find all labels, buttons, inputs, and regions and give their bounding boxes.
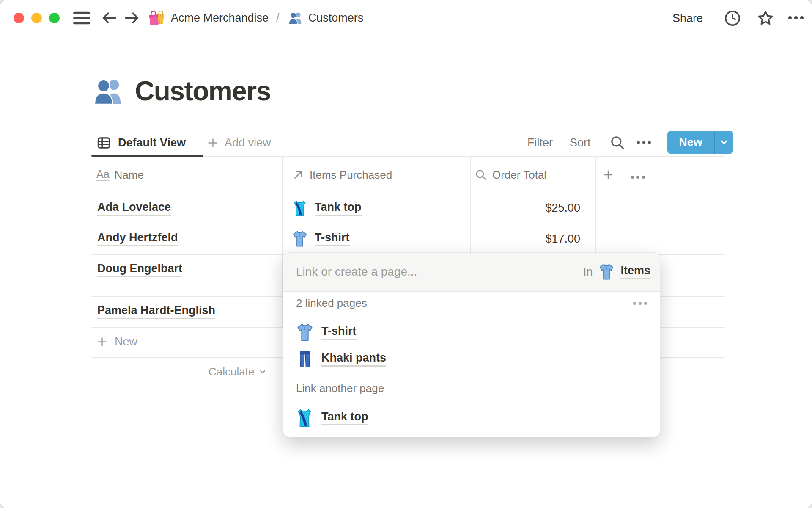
suggested-page-item[interactable]: Tank top [294,405,368,431]
table-row-total-cell[interactable]: $17.00 [470,224,580,254]
column-header-order-total[interactable]: Order Total [475,157,546,193]
new-button-group: New [667,131,733,154]
add-view-label: Add view [225,136,271,149]
linked-pages-header: 2 linked pages [296,293,647,313]
t-shirt-icon [291,230,309,248]
page-link[interactable]: Tank top [315,201,362,216]
busts-in-silhouette-icon [287,10,303,26]
table-row-name-cell[interactable]: Andy Hertzfeld [97,224,178,254]
linked-pages-count: 2 linked pages [296,297,367,310]
shopping-bags-icon [148,9,166,27]
order-total-value: $25.00 [545,202,580,215]
page-more-icon[interactable] [788,16,804,19]
relation-property-icon [292,168,304,181]
rollup-property-icon [475,168,487,181]
add-view-button[interactable]: Add view [207,131,271,154]
titlebar: Acme Merchandise / Customers Share [0,0,812,36]
linked-pages-more-icon[interactable] [633,302,647,305]
new-button[interactable]: New [667,136,714,149]
busts-in-silhouette-icon-large[interactable] [91,74,125,108]
table-row-total-cell[interactable]: $25.00 [470,193,580,224]
new-button-label: New [679,136,702,149]
breadcrumb-workspace[interactable]: Acme Merchandise [171,11,269,25]
traffic-light-close[interactable] [14,13,24,23]
tank-top-icon [291,199,309,217]
view-tab-label: Default View [118,136,186,149]
page-header: Customers [91,68,271,114]
row-divider [91,193,725,193]
table-row-items-cell[interactable]: Tank top [291,193,362,224]
table-row-name-cell[interactable]: Pamela Hardt-English [97,296,215,327]
view-tab-default[interactable]: Default View [96,131,186,154]
t-shirt-icon [295,323,315,342]
page-link[interactable]: T-shirt [321,325,357,340]
page-link[interactable]: Ada Lovelace [97,201,171,216]
column-header-label: Name [115,168,144,182]
page-link[interactable]: Tank top [321,410,368,425]
table-more-icon[interactable] [631,176,645,179]
page-link[interactable]: Pamela Hardt-English [97,304,215,319]
new-row-button[interactable]: New [96,327,137,357]
link-another-label: Link another page [296,382,384,395]
row-divider [91,224,725,224]
new-dropdown-button[interactable] [715,137,733,147]
active-tab-underline [91,155,203,157]
column-header-label: Order Total [492,168,546,182]
tank-top-icon [294,408,315,428]
sidebar-menu-icon[interactable] [73,11,91,25]
breadcrumb-separator: / [274,11,282,25]
add-property-button[interactable] [602,157,614,193]
back-icon[interactable] [101,11,118,25]
search-icon[interactable] [609,135,625,151]
table-row-name-cell[interactable]: Ada Lovelace [97,193,171,224]
view-more-icon[interactable] [637,141,651,144]
order-total-value: $17.00 [545,232,580,246]
plus-icon [96,336,108,348]
page-title[interactable]: Customers [135,75,271,107]
plus-icon [207,137,219,149]
app-window: Acme Merchandise / Customers Share Custo… [0,0,812,508]
favorite-star-icon[interactable] [756,9,775,28]
relation-scope: In Items [583,263,650,281]
relation-search-bar: Link or create a page... In Items [283,253,660,292]
column-header-items-purchased[interactable]: Items Purchased [292,157,392,193]
column-divider [282,157,283,327]
filter-button[interactable]: Filter [527,136,553,149]
table-row-items-cell[interactable]: T-shirt [291,224,350,254]
linked-page-item[interactable]: Khaki pants [295,346,386,372]
relation-scope-in-label: In [583,265,593,279]
chevron-down-icon [258,367,268,377]
breadcrumb-page[interactable]: Customers [308,11,364,25]
relation-picker-popup: Link or create a page... In Items 2 link… [283,253,660,437]
sort-button[interactable]: Sort [570,136,591,149]
forward-icon[interactable] [123,11,140,25]
traffic-light-minimize[interactable] [31,13,42,23]
relation-search-input[interactable]: Link or create a page... [296,265,417,279]
page-link[interactable]: Khaki pants [321,351,386,367]
column-header-name[interactable]: Aa Name [96,157,144,193]
screen: Acme Merchandise / Customers Share Custo… [0,0,812,508]
chevron-down-icon [719,137,729,147]
page-link[interactable]: Andy Hertzfeld [97,231,178,246]
t-shirt-icon [598,263,615,281]
traffic-light-zoom[interactable] [49,13,60,23]
clock-icon[interactable] [724,9,741,27]
jeans-icon [295,349,315,369]
new-row-label: New [115,335,137,348]
relation-scope-database[interactable]: Items [620,264,650,279]
table-grid-icon [96,135,111,150]
plus-icon [602,169,614,181]
linked-page-item[interactable]: T-shirt [295,320,357,345]
calculate-button[interactable]: Calculate [208,357,268,387]
calculate-label: Calculate [208,365,254,378]
breadcrumb: Acme Merchandise / Customers [148,8,363,27]
table-row-name-cell[interactable]: Doug Engelbart [97,254,182,285]
page-link[interactable]: Doug Engelbart [97,262,182,277]
column-header-label: Items Purchased [310,168,392,182]
page-link[interactable]: T-shirt [315,231,350,246]
title-property-icon: Aa [96,169,110,181]
link-another-header: Link another page [296,378,384,398]
share-button[interactable]: Share [672,12,703,25]
